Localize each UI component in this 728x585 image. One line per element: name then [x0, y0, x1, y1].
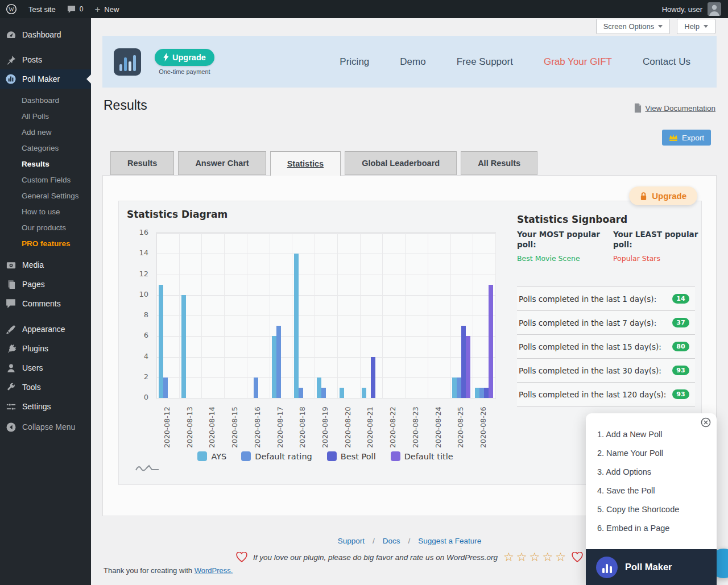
chart-watermark-icon — [135, 463, 160, 473]
tab-global-leaderboard[interactable]: Global Leaderboard — [345, 151, 457, 175]
submenu-item-results[interactable]: Results — [0, 156, 91, 172]
star-icon[interactable] — [542, 551, 553, 563]
collapse-menu-button[interactable]: Collapse Menu — [0, 417, 91, 437]
help-label: Help — [684, 22, 700, 31]
submenu-item-custom-fields[interactable]: Custom Fields — [0, 172, 91, 188]
chart-bar — [452, 377, 457, 398]
tab-label: All Results — [478, 159, 520, 168]
gridline — [156, 233, 495, 234]
sidebar-item-posts[interactable]: Posts — [0, 50, 91, 69]
screen-options-button[interactable]: Screen Options — [596, 19, 671, 34]
avatar[interactable] — [708, 2, 721, 16]
chart-bar — [461, 326, 466, 398]
logo-bar — [133, 55, 136, 71]
suggest-feature-link[interactable]: Suggest a Feature — [418, 537, 481, 545]
chart-bar — [475, 388, 479, 398]
comments-button[interactable]: 0 — [61, 0, 89, 18]
docs-link[interactable]: Docs — [383, 537, 400, 545]
close-icon[interactable] — [701, 417, 711, 428]
brush-icon — [5, 323, 16, 335]
submenu-item-general-settings[interactable]: General Settings — [0, 188, 91, 204]
poll-maker-submenu: Dashboard All Polls Add new Categories R… — [0, 89, 91, 255]
y-tick-label: 0 — [129, 392, 148, 403]
tab-answer-chart[interactable]: Answer Chart — [178, 151, 266, 175]
rating-stars[interactable] — [503, 551, 566, 563]
sidebar-item-dashboard[interactable]: Dashboard — [0, 25, 91, 44]
site-name-link[interactable]: Test site — [23, 0, 61, 18]
plugin-promo-banner: Upgrade One-time payment Pricing Demo Fr… — [102, 36, 717, 88]
star-icon[interactable] — [503, 551, 514, 563]
logo-bar — [129, 61, 131, 71]
sidebar-item-poll-maker[interactable]: Poll Maker — [0, 69, 91, 89]
sidebar-item-label: Settings — [22, 402, 51, 411]
x-tick-label: 2020-08-24 — [434, 406, 442, 448]
star-icon[interactable] — [555, 551, 566, 563]
gridline — [156, 357, 495, 358]
count-badge: 93 — [672, 366, 689, 375]
sidebar-item-users[interactable]: Users — [0, 358, 91, 377]
nav-pricing-link[interactable]: Pricing — [340, 56, 369, 68]
submenu-item-our-products[interactable]: Our products — [0, 219, 91, 235]
nav-contact-us-link[interactable]: Contact Us — [643, 56, 690, 68]
nav-gift-link[interactable]: Grab Your GIFT — [544, 56, 612, 68]
chart-bar — [484, 388, 489, 398]
chart-bar — [163, 377, 168, 398]
submenu-item-how-to-use[interactable]: How to use — [0, 204, 91, 219]
y-tick-label: 16 — [129, 227, 148, 238]
plug-icon — [5, 343, 16, 354]
sidebar-item-plugins[interactable]: Plugins — [0, 339, 91, 358]
gridline — [156, 336, 495, 337]
view-documentation-link[interactable]: View Documentation — [634, 103, 715, 113]
upgrade-button-label: Upgrade — [172, 53, 206, 62]
legend-label: Best Poll — [341, 452, 376, 461]
least-popular-label: Your LEAST popular poll: — [613, 230, 698, 249]
tab-results[interactable]: Results — [110, 151, 174, 175]
sidebar-item-tools[interactable]: Tools — [0, 377, 91, 397]
tab-statistics[interactable]: Statistics — [270, 151, 341, 176]
submenu-item-dashboard[interactable]: Dashboard — [0, 92, 91, 108]
upgrade-pill-button[interactable]: Upgrade — [629, 186, 697, 205]
account-menu[interactable]: Howdy, user — [662, 0, 702, 18]
legend-swatch — [391, 451, 400, 461]
upgrade-button[interactable]: Upgrade — [155, 49, 214, 66]
x-tick-label: 2020-08-20 — [344, 406, 352, 448]
pushpin-icon — [5, 54, 16, 65]
star-icon[interactable] — [530, 551, 540, 563]
sidebar-item-appearance[interactable]: Appearance — [0, 320, 91, 339]
nav-free-support-link[interactable]: Free Support — [457, 56, 513, 68]
submenu-item-add-new[interactable]: Add new — [0, 124, 91, 140]
submenu-label: Results — [22, 160, 49, 168]
sidebar-item-label: Users — [22, 363, 43, 372]
help-button[interactable]: Help — [677, 19, 715, 34]
wp-footer-text: Thank you for creating with WordPress. — [104, 566, 233, 575]
submenu-label: Custom Fields — [22, 176, 71, 184]
wordpress-link[interactable]: WordPress. — [195, 566, 233, 575]
gridline — [315, 233, 315, 398]
tab-all-results[interactable]: All Results — [461, 151, 537, 175]
sidebar-item-media[interactable]: Media — [0, 255, 91, 275]
submenu-item-pro-features[interactable]: PRO features — [0, 235, 91, 251]
support-link[interactable]: Support — [338, 537, 365, 545]
export-button[interactable]: Export — [662, 130, 711, 146]
plus-icon — [94, 5, 100, 14]
sidebar-item-label: Comments — [22, 299, 61, 308]
logo-bar — [606, 564, 608, 573]
submenu-item-categories[interactable]: Categories — [0, 140, 91, 156]
x-tick-label: 2020-08-26 — [479, 406, 487, 448]
table-row: Polls completed in the last 1 day(s): 14 — [517, 287, 695, 311]
page-title: Results — [104, 98, 147, 113]
chart-bar — [466, 336, 470, 398]
sidebar-item-settings[interactable]: Settings — [0, 397, 91, 416]
submenu-item-all-polls[interactable]: All Polls — [0, 108, 91, 124]
new-content-button[interactable]: New — [89, 0, 125, 18]
sidebar-item-comments[interactable]: Comments — [0, 294, 91, 313]
table-row: Polls completed in the last 15 day(s): 8… — [517, 335, 695, 359]
x-tick-label: 2020-08-17 — [276, 406, 284, 448]
howdy-label: Howdy, user — [662, 5, 702, 14]
nav-demo-link[interactable]: Demo — [400, 56, 425, 68]
wordpress-logo-button[interactable]: W — [0, 0, 23, 18]
star-icon[interactable] — [516, 551, 527, 563]
sidebar-item-pages[interactable]: Pages — [0, 275, 91, 294]
crown-icon — [669, 134, 678, 142]
chart-bar — [272, 336, 276, 398]
